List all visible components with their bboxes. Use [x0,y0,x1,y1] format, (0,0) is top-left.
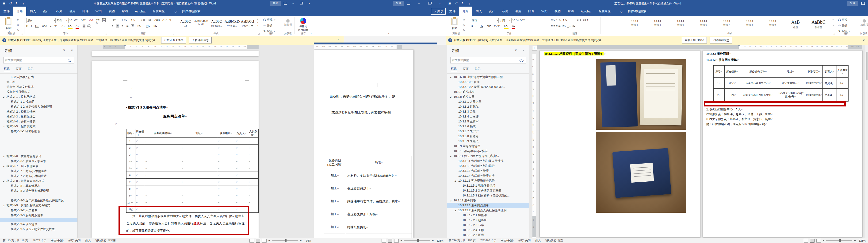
borders-icon[interactable]: ⊞▾ [153,24,157,28]
nav-item[interactable]: 10.3.8.2 赵鹏飞 [447,104,529,109]
expand-icon[interactable]: ◢ [450,94,451,100]
cell[interactable]: ↵ [145,185,181,192]
font-name-combo[interactable]: 黑体▾ [26,18,56,23]
cell[interactable]: ↵ [135,192,145,199]
nav-tab-标题[interactable]: 标题 [451,67,457,72]
nav-item[interactable]: ◢格式VI-6．质量与服务承诺 [0,154,78,159]
cell[interactable]: ↵ [135,158,145,165]
nav-tab-页面[interactable]: 页面 [16,67,22,72]
nav-tab-结果[interactable]: 结果 [28,67,34,72]
nav-search-input[interactable]: 在文档中搜索 ▾ [3,57,74,63]
font-color-icon[interactable]: A▾ [75,24,79,29]
asian-layout-icon[interactable]: A⇄▾ [154,18,160,22]
style-标题 6[interactable]: 1.1.1.1标题 6 [692,18,715,31]
underline-icon[interactable]: U▾ [35,24,39,28]
nav-item[interactable]: 格式VI-1-2.法定代表人身份证明 [0,104,78,109]
ribbon-options-icon[interactable]: ^ [405,0,412,6]
vertical-scrollbar[interactable] [865,45,868,238]
nav-item[interactable]: 格式VI-9-4.设备清单 [0,222,78,227]
cell[interactable]: ↵ [248,206,258,213]
tab-selector[interactable]: L [532,46,537,51]
print-layout-icon[interactable] [256,239,260,243]
collapse-ribbon-icon[interactable]: ∧ [310,32,312,35]
cell[interactable]: ↵ [135,138,145,144]
styles-down-icon[interactable]: ▾ [257,21,258,23]
cell[interactable]: ↵ [135,172,145,179]
nav-item[interactable]: 投标文件目录格式 [0,89,78,94]
zoom-in-icon[interactable]: + [432,239,434,242]
tab-引用[interactable]: 引用 [512,6,525,16]
tab-邮件[interactable]: 邮件 [525,6,538,16]
cell[interactable]: ↵ [217,144,235,151]
phonetic-icon[interactable]: wén文 [96,18,100,24]
print-layout-icon[interactable] [388,239,392,243]
cell[interactable]: ↵ [145,179,181,185]
cell[interactable]: 5人↵ [837,78,848,89]
nav-item[interactable]: 第三卷 [0,80,78,85]
status-bar[interactable]: 第 113 页，共 116 页48074 个字中文(中国)修订: 关闭插入辅助功… [0,238,314,243]
cell[interactable]: 原材料、变压器半成品及成品吊运↵ [346,169,412,182]
title-bar[interactable]: 登录 ^ – × [314,0,446,6]
styles-down-icon[interactable]: ▾ [833,21,834,23]
nav-item[interactable]: 10.3.11.2 售后服务部门职责 [447,164,529,168]
zoom-out-icon[interactable]: − [269,239,270,242]
zoom-out-icon[interactable]: − [823,239,825,242]
cell[interactable]: 5↵ [126,165,135,172]
read-mode-icon[interactable] [804,239,808,243]
zoom-in-icon[interactable]: + [854,239,856,242]
cell[interactable]: ↵ [217,165,235,172]
zoom-slider-thumb[interactable] [285,239,286,242]
tab-引用[interactable]: 引用 [66,6,79,16]
get-genuine-button[interactable]: 获取正版 Office [682,37,707,44]
zoom-in-icon[interactable]: + [300,239,302,242]
tab-文件[interactable]: 文件 [446,6,459,16]
tab-开始[interactable]: 开始 [13,6,26,16]
cell[interactable]: ↵ [235,172,248,179]
nav-item[interactable]: ◢10.3.12 服务网络 [447,198,529,203]
nav-close-icon[interactable]: × [523,48,524,52]
font-launcher-icon[interactable]: ◿ [105,33,107,35]
nav-item[interactable]: 10.3.12.2.2 赵嘉庆 [447,218,529,223]
nav-tab-标题[interactable]: 标题 [4,67,10,72]
page-right[interactable]: 10.3.12 服务网络↵ 10.3.12.1 服务网点清单↵ 序号↵所在省份↵… [703,51,862,237]
close-button[interactable]: × [305,0,313,6]
nav-item[interactable]: 格式VI-8-1.基本情况表 [0,184,78,188]
cell[interactable]: ↵ [181,144,217,151]
read-mode-icon[interactable] [249,239,254,243]
nav-item[interactable]: 10.3.8.7 朱宁宁 [447,129,529,134]
cell[interactable]: ↵ [217,172,235,179]
cell[interactable]: ↵ [217,138,235,144]
align-right-icon[interactable]: ≡ [122,24,123,28]
cell[interactable]: ↵ [248,151,258,158]
equipment-function-table[interactable]: 设备类型(加工/检验)功能↵加工↵原材料、变压器半成品及成品吊运↵加工↵变压器器… [324,156,412,238]
collapse-ribbon-icon[interactable]: ∧ [388,32,390,35]
expand-icon[interactable]: ◢ [3,94,4,100]
cell[interactable]: ↵ [248,179,258,185]
cell[interactable]: ↵ [248,138,258,144]
cell[interactable]: ↵ [235,144,248,151]
tab-布局[interactable]: 布局 [53,6,66,16]
save-to-baidu-button[interactable]: 保存到百度网盘 [296,18,310,32]
nav-search-input[interactable]: 在文档中搜索 ▾ [450,57,526,63]
cell[interactable]: ↵ [181,179,217,185]
nav-item[interactable] [0,218,78,222]
notif-close-icon[interactable]: × [338,37,340,41]
expand-icon[interactable]: ◢ [450,75,451,80]
cell[interactable]: ↵ [248,172,258,179]
nav-item[interactable]: 格式VI-1-1.投标函 [0,100,78,104]
text-effects-icon[interactable]: A▾ [61,24,65,28]
nav-item[interactable]: ◢10.3.11 独立的售后服务部门和办法 [447,154,529,159]
minimize-button[interactable]: – [415,0,423,6]
nav-item[interactable]: 格式VI-7-2.商务/技术响应表 [0,174,78,179]
cell[interactable]: ↵ [135,199,145,206]
font-size-combo[interactable]: 小四▾ [498,18,512,23]
cell[interactable]: ↵ [235,165,248,172]
tab-视图[interactable]: 视图 [551,6,564,16]
cell[interactable]: 4↵ [126,158,135,165]
nav-item[interactable]: 格式VI-9-5.设备证明文件提交模版 [0,227,78,232]
status-item[interactable]: 第 113 页，共 116 页 [3,239,28,242]
cell[interactable]: ↵ [217,151,235,158]
expand-icon[interactable]: ◢ [455,208,456,213]
nav-item[interactable]: ◢格式VI-5．报价表格式 [0,124,78,129]
superscript-icon[interactable]: x² [55,24,57,28]
